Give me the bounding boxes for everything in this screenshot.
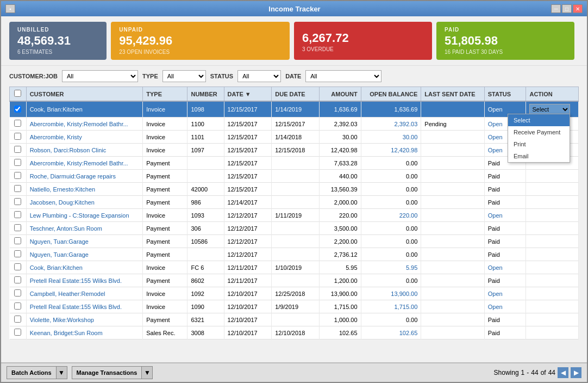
row-customer[interactable]: Pretell Real Estate:155 Wilks Blvd. xyxy=(26,274,143,287)
header-open-balance[interactable]: OPEN BALANCE xyxy=(361,87,421,102)
row-checkbox[interactable] xyxy=(14,185,21,192)
row-type: Invoice xyxy=(143,300,187,313)
row-open-balance: 0.00 xyxy=(361,274,421,287)
row-type: Invoice xyxy=(143,287,187,300)
row-last-sent xyxy=(421,157,484,170)
row-checkbox[interactable] xyxy=(14,120,21,127)
header-date[interactable]: DATE ▼ xyxy=(224,87,272,102)
summary-unbilled[interactable]: UNBILLED 48,569.31 6 ESTIMATES xyxy=(9,22,107,60)
row-customer[interactable]: Nguyen, Tuan:Garage xyxy=(26,235,143,248)
row-amount: 13,900.00 xyxy=(319,287,361,300)
row-customer[interactable]: Nguyen, Tuan:Garage xyxy=(26,248,143,261)
row-open-balance: 5.95 xyxy=(361,261,421,274)
row-type: Invoice xyxy=(143,101,187,118)
row-customer[interactable]: Robson, Darci:Robson Clinic xyxy=(26,144,143,157)
row-type: Payment xyxy=(143,157,187,170)
batch-actions-arrow[interactable]: ▼ xyxy=(57,366,67,379)
row-checkbox[interactable] xyxy=(14,237,21,244)
row-customer[interactable]: Violette, Mike:Workshop xyxy=(26,313,143,326)
row-due-date: 12/15/2017 xyxy=(272,118,320,131)
row-customer[interactable]: Keenan, Bridget:Sun Room xyxy=(26,326,143,339)
select-all-checkbox[interactable] xyxy=(14,90,21,97)
row-customer[interactable]: Cook, Brian:Kitchen xyxy=(26,101,143,118)
row-customer[interactable]: Natiello, Ernesto:Kitchen xyxy=(26,183,143,196)
row-customer[interactable]: Jacobsen, Doug:Kitchen xyxy=(26,196,143,209)
manage-transactions-group: Manage Transactions ▼ xyxy=(72,366,153,379)
row-customer[interactable]: Campbell, Heather:Remodel xyxy=(26,287,143,300)
header-amount[interactable]: AMOUNT xyxy=(319,87,361,102)
row-type: Sales Rec. xyxy=(143,326,187,339)
close-btn[interactable]: ✕ xyxy=(573,4,583,13)
row-customer[interactable]: Cook, Brian:Kitchen xyxy=(26,261,143,274)
action-email-option[interactable]: Email xyxy=(508,150,570,162)
row-date: 12/15/2017 xyxy=(224,183,272,196)
row-number: 986 xyxy=(187,196,224,209)
action-print-option[interactable]: Print xyxy=(508,138,570,150)
row-open-balance: 0.00 xyxy=(361,157,421,170)
next-page-btn[interactable]: ▶ xyxy=(571,367,581,378)
customer-job-filter[interactable]: All xyxy=(62,70,138,82)
date-filter[interactable]: All xyxy=(305,70,381,82)
row-checkbox[interactable] xyxy=(14,289,21,296)
row-checkbox[interactable] xyxy=(14,276,21,283)
row-checkbox[interactable] xyxy=(14,198,21,205)
row-checkbox[interactable] xyxy=(14,316,21,323)
unpaid-amount: 95,429.96 xyxy=(119,34,282,48)
minimize-btn[interactable]: ─ xyxy=(551,4,561,13)
action-receive-payment-option[interactable]: Receive Payment xyxy=(508,126,570,138)
row-customer[interactable]: Abercrombie, Kristy xyxy=(26,131,143,144)
row-checkbox[interactable] xyxy=(14,172,21,179)
maximize-btn[interactable]: □ xyxy=(562,4,572,13)
row-checkbox[interactable] xyxy=(14,224,21,231)
of-label: of xyxy=(541,369,546,376)
action-select-option[interactable]: Select xyxy=(508,114,570,126)
row-checkbox[interactable] xyxy=(14,263,21,270)
header-customer[interactable]: CUSTOMER xyxy=(26,87,143,102)
row-checkbox[interactable] xyxy=(14,250,21,257)
row-customer[interactable]: Roche, Diarmuid:Garage repairs xyxy=(26,170,143,183)
header-due-date[interactable]: DUE DATE xyxy=(272,87,320,102)
summary-unpaid[interactable]: UNPAID 95,429.96 23 OPEN INVOICES xyxy=(111,22,290,60)
type-filter[interactable]: All xyxy=(162,70,206,82)
row-customer[interactable]: Abercrombie, Kristy:Remodel Bathr... xyxy=(26,157,143,170)
overdue-amount: 6,267.72 xyxy=(302,31,424,45)
row-checkbox[interactable] xyxy=(14,106,21,113)
row-type: Invoice xyxy=(143,118,187,131)
manage-transactions-arrow[interactable]: ▼ xyxy=(142,366,153,379)
batch-actions-btn[interactable]: Batch Actions xyxy=(7,366,57,379)
row-number: 1100 xyxy=(187,118,224,131)
status-filter[interactable]: All xyxy=(237,70,281,82)
row-checkbox[interactable] xyxy=(14,211,21,218)
header-status[interactable]: STATUS xyxy=(484,87,526,102)
row-customer[interactable]: Lew Plumbing - C:Storage Expansion xyxy=(26,209,143,222)
header-type[interactable]: TYPE xyxy=(143,87,187,102)
row-action-cell xyxy=(526,326,579,339)
row-last-sent xyxy=(421,222,484,235)
row-action-select[interactable]: Select xyxy=(529,104,570,115)
row-checkbox[interactable] xyxy=(14,146,21,153)
row-action-cell xyxy=(526,235,579,248)
row-checkbox[interactable] xyxy=(14,159,21,166)
row-checkbox[interactable] xyxy=(14,329,21,336)
row-checkbox[interactable] xyxy=(14,133,21,140)
window-menu-btn[interactable]: ▪ xyxy=(5,4,15,13)
table-scroll[interactable]: CUSTOMER TYPE NUMBER DATE ▼ DUE DATE AMO… xyxy=(9,87,579,362)
table-row: Keenan, Bridget:Sun Room Sales Rec. 3008… xyxy=(10,326,579,339)
table-row: Cook, Brian:Kitchen Invoice 1098 12/15/2… xyxy=(10,101,579,118)
manage-transactions-btn[interactable]: Manage Transactions xyxy=(72,366,142,379)
row-amount: 102.65 xyxy=(319,326,361,339)
row-customer[interactable]: Pretell Real Estate:155 Wilks Blvd. xyxy=(26,300,143,313)
row-customer[interactable]: Teschner, Anton:Sun Room xyxy=(26,222,143,235)
row-amount: 7,633.28 xyxy=(319,157,361,170)
header-last-sent[interactable]: LAST SENT DATE xyxy=(421,87,484,102)
header-number[interactable]: NUMBER xyxy=(187,87,224,102)
summary-overdue[interactable]: 6,267.72 3 OVERDUE xyxy=(294,22,432,60)
row-due-date xyxy=(272,196,320,209)
row-checkbox[interactable] xyxy=(14,302,21,310)
prev-page-btn[interactable]: ◀ xyxy=(558,367,568,378)
row-open-balance: 0.00 xyxy=(361,248,421,261)
row-customer[interactable]: Abercrombie, Kristy:Remodel Bathr... xyxy=(26,118,143,131)
summary-paid[interactable]: PAID 51,805.98 16 PAID LAST 30 DAYS xyxy=(436,22,574,60)
row-status: Paid xyxy=(484,222,526,235)
row-date: 12/15/2017 xyxy=(224,131,272,144)
